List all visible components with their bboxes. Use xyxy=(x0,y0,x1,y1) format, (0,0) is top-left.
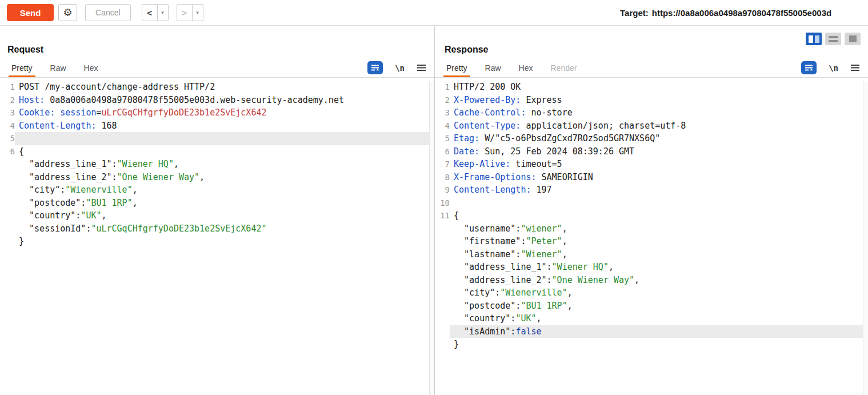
code-line: "address_line_2":"One Wiener Way", xyxy=(435,274,868,287)
response-editor[interactable]: 1HTTP/2 200 OK2X-Powered-By: Express3Cac… xyxy=(435,78,868,395)
code-text: Content-Type: application/json; charset=… xyxy=(450,119,868,133)
code-text: "address_line_2":"One Wiener Way", xyxy=(15,171,434,184)
line-number: 9 xyxy=(435,185,450,194)
code-text: "city":"Wienerville", xyxy=(450,286,868,300)
forward-dropdown-button[interactable]: ▾ xyxy=(193,4,203,21)
line-number: 6 xyxy=(435,147,450,156)
code-text xyxy=(15,132,434,145)
code-text: Etag: W/"c5-o6PbsdZgCxd7ROzSod5GR7NXS6Q" xyxy=(450,132,868,145)
code-text: { xyxy=(15,145,434,158)
code-text: "address_line_1":"Wiener HQ", xyxy=(15,158,434,171)
response-scrollbar[interactable] xyxy=(863,81,868,395)
code-line: 4Content-Type: application/json; charset… xyxy=(435,119,868,133)
code-line: "address_line_1":"Wiener HQ", xyxy=(435,261,868,274)
back-dropdown-button[interactable]: ▾ xyxy=(158,4,169,21)
line-number: 2 xyxy=(435,95,450,105)
code-text: "country":"UK", xyxy=(450,312,868,325)
response-tab-hex[interactable]: Hex xyxy=(519,58,533,77)
code-line: "city":"Wienerville", xyxy=(435,286,868,300)
code-line: "lastname":"Wiener", xyxy=(435,248,868,261)
code-line: 11{ xyxy=(435,209,868,222)
code-line: } xyxy=(435,338,868,351)
request-scrollbar[interactable] xyxy=(429,81,434,395)
show-newlines-button[interactable]: \n xyxy=(395,63,405,73)
code-line: "country":"UK", xyxy=(0,209,434,222)
line-number: 1 xyxy=(435,82,450,91)
forward-button[interactable]: > xyxy=(177,4,193,21)
show-newlines-button[interactable]: \n xyxy=(829,63,838,73)
code-text: "city":"Wienerville", xyxy=(15,183,434,197)
history-back-group: < ▾ xyxy=(142,4,169,21)
rows-icon xyxy=(829,36,838,42)
layout-view-buttons xyxy=(806,33,861,45)
chevron-down-icon: ▾ xyxy=(196,10,199,15)
code-line: "address_line_2":"One Wiener Way", xyxy=(0,171,434,184)
code-text xyxy=(450,197,868,210)
target-info: Target: https://0a8a006a0498a97080478f55… xyxy=(620,0,831,26)
code-text: HTTP/2 200 OK xyxy=(450,81,868,94)
code-line: 2X-Powered-By: Express xyxy=(435,94,868,107)
code-text: "address_line_2":"One Wiener Way", xyxy=(450,274,868,287)
code-line: 5Etag: W/"c5-o6PbsdZgCxd7ROzSod5GR7NXS6Q… xyxy=(435,132,868,145)
code-text: "lastname":"Wiener", xyxy=(450,248,868,261)
newline-icon: \n xyxy=(829,63,838,73)
line-number: 5 xyxy=(0,134,15,143)
code-line: "country":"UK", xyxy=(435,312,868,325)
line-number: 11 xyxy=(435,211,450,220)
code-line: 10 xyxy=(435,197,868,210)
request-editor[interactable]: 1POST /my-account/change-address HTTP/22… xyxy=(0,78,434,395)
line-number: 6 xyxy=(0,147,15,156)
code-line: 4Content-Length: 168 xyxy=(0,119,434,133)
send-button[interactable]: Send xyxy=(7,4,54,21)
layout-rows-button[interactable] xyxy=(825,33,841,45)
code-line: 7Keep-Alive: timeout=5 xyxy=(435,158,868,171)
code-line: 9Content-Length: 197 xyxy=(435,183,868,197)
single-pane-icon xyxy=(849,35,857,42)
code-text: Content-Length: 197 xyxy=(450,183,868,197)
request-tab-raw[interactable]: Raw xyxy=(50,58,66,77)
back-button[interactable]: < xyxy=(142,4,158,21)
layout-single-button[interactable] xyxy=(845,33,861,45)
code-line: "address_line_1":"Wiener HQ", xyxy=(0,158,434,171)
cancel-button[interactable]: Cancel xyxy=(85,4,131,21)
code-line: 3Cookie: session=uLrCGqCHfgrfyDoDE23b1e2… xyxy=(0,106,434,119)
code-line: "isAdmin":false xyxy=(435,325,868,338)
request-editor-tools: \n xyxy=(367,58,426,77)
line-number: 2 xyxy=(0,95,15,105)
request-tab-hex[interactable]: Hex xyxy=(84,58,98,77)
code-text: Cache-Control: no-store xyxy=(450,106,868,119)
request-tab-pretty[interactable]: Pretty xyxy=(11,58,33,77)
target-label: Target: xyxy=(620,8,649,18)
response-panel: Response Pretty Raw Hex Render \n 1HTTP/… xyxy=(434,26,868,395)
code-text: "address_line_1":"Wiener HQ", xyxy=(450,261,868,274)
code-text: X-Powered-By: Express xyxy=(450,94,868,107)
pretty-print-icon xyxy=(371,64,379,71)
code-line: 6Date: Sun, 25 Feb 2024 08:39:26 GMT xyxy=(435,145,868,158)
response-tab-pretty[interactable]: Pretty xyxy=(446,58,467,77)
pretty-print-button[interactable] xyxy=(801,61,817,74)
code-text: Keep-Alive: timeout=5 xyxy=(450,158,868,171)
request-tabbar: Pretty Raw Hex \n xyxy=(0,58,434,78)
code-text: "postcode":"BU1 1RP", xyxy=(15,197,434,210)
editor-menu-button[interactable] xyxy=(850,64,860,71)
code-line: "sessionId":"uLrCGqCHfgrfyDoDE23b1e2SvEj… xyxy=(0,222,434,236)
response-tab-raw[interactable]: Raw xyxy=(485,58,501,77)
pretty-print-button[interactable] xyxy=(367,61,383,74)
response-tabbar: Pretty Raw Hex Render \n xyxy=(435,58,868,78)
response-panel-title: Response xyxy=(435,26,868,58)
code-line: } xyxy=(0,235,434,248)
code-line: 8X-Frame-Options: SAMEORIGIN xyxy=(435,171,868,184)
code-text: "country":"UK", xyxy=(15,209,434,222)
code-text: Date: Sun, 25 Feb 2024 08:39:26 GMT xyxy=(450,145,868,158)
hamburger-icon xyxy=(850,64,860,71)
code-text: } xyxy=(450,338,868,351)
response-editor-tools: \n xyxy=(801,58,860,77)
editor-menu-button[interactable] xyxy=(417,64,426,71)
code-text: "firstname":"Peter", xyxy=(450,235,868,248)
settings-button[interactable]: ⚙ xyxy=(58,4,77,21)
line-number: 8 xyxy=(435,173,450,182)
layout-columns-button[interactable] xyxy=(806,33,822,45)
code-text: POST /my-account/change-address HTTP/2 xyxy=(15,81,434,94)
response-tab-render: Render xyxy=(551,58,577,77)
code-line: 6{ xyxy=(0,145,434,158)
